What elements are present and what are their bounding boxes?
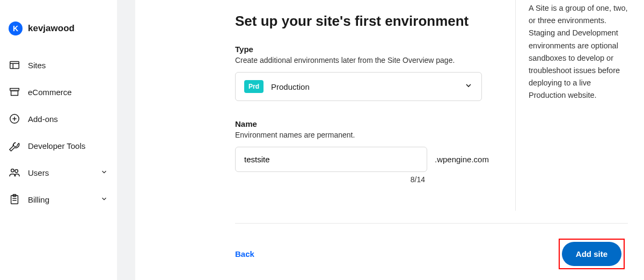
sidebar-item-label: Sites (28, 61, 108, 70)
type-select[interactable]: Prd Production (235, 72, 482, 101)
field-name: Name Environment names are permanent. .w… (235, 119, 510, 184)
sidebar-item-label: Billing (28, 195, 100, 204)
wrench-icon (9, 140, 20, 152)
storefront-icon (9, 86, 20, 98)
sidebar-item-ecommerce[interactable]: eCommerce (0, 78, 116, 105)
sidebar-item-billing[interactable]: Billing (0, 186, 116, 213)
add-site-button[interactable]: Add site (562, 242, 621, 266)
back-link[interactable]: Back (235, 249, 254, 259)
sidebar-item-sites[interactable]: Sites (0, 52, 116, 78)
form-column: Set up your site's first environment Typ… (235, 13, 510, 211)
gutter (117, 0, 135, 280)
page-title: Set up your site's first environment (235, 13, 510, 30)
sites-icon (9, 59, 20, 71)
sidebar-item-label: Users (28, 168, 100, 177)
account-avatar: K (9, 21, 23, 35)
type-selected-value: Production (271, 82, 464, 91)
chevron-down-icon (464, 81, 473, 92)
field-type: Type Create additional environments late… (235, 45, 510, 101)
sidebar-item-addons[interactable]: Add-ons (0, 105, 116, 132)
add-site-highlight: Add site (559, 239, 625, 269)
type-label: Type (235, 45, 510, 54)
sidebar: K kevjawood Sites eCommerce Add-ons (0, 0, 117, 280)
svg-rect-0 (10, 62, 19, 69)
chevron-down-icon (100, 195, 108, 204)
sidebar-item-label: Add-ons (28, 114, 108, 124)
info-aside: A Site is a group of one, two, or three … (515, 0, 628, 211)
main: A Site is a group of one, two, or three … (135, 0, 644, 280)
svg-point-7 (15, 170, 18, 173)
char-count: 8/14 (235, 175, 427, 184)
plus-circle-icon (9, 113, 20, 125)
footer-divider (235, 223, 628, 224)
users-icon (9, 167, 20, 178)
name-help: Environment names are permanent. (235, 131, 510, 139)
account-switcher[interactable]: K kevjawood (0, 21, 116, 52)
sidebar-item-devtools[interactable]: Developer Tools (0, 132, 116, 159)
env-badge: Prd (244, 80, 264, 93)
chevron-down-icon (100, 168, 108, 177)
name-input[interactable] (235, 147, 427, 172)
sidebar-item-label: Developer Tools (28, 141, 108, 150)
account-name: kevjawood (28, 23, 75, 34)
footer: Back Add site (235, 239, 628, 269)
type-help: Create additional environments later fro… (235, 56, 510, 64)
svg-point-6 (11, 169, 14, 173)
domain-suffix: .wpengine.com (435, 155, 489, 164)
sidebar-item-label: eCommerce (28, 88, 108, 97)
clipboard-icon (9, 193, 20, 205)
sidebar-item-users[interactable]: Users (0, 159, 116, 186)
name-label: Name (235, 119, 510, 128)
